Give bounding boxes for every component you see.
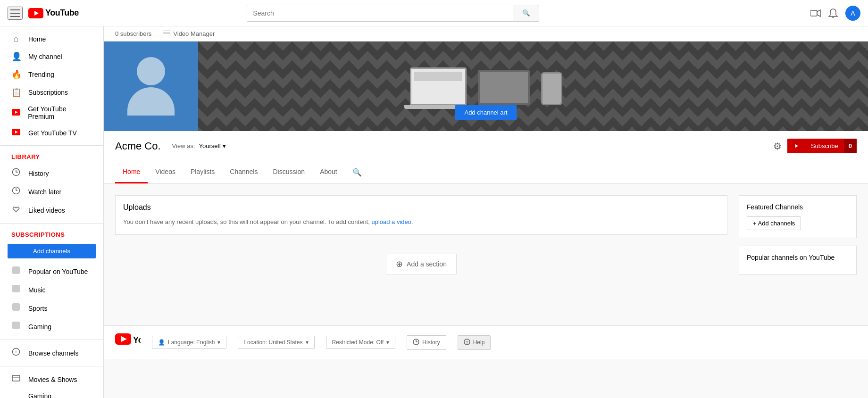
upload-video-link[interactable]: upload a video. [371, 218, 413, 225]
add-channels-button[interactable]: Add channels [8, 244, 96, 258]
sidebar-item-label: Trending [28, 71, 54, 78]
sidebar-item-label: My channel [28, 53, 62, 60]
music-icon [11, 284, 21, 295]
restricted-mode-button[interactable]: Restricted Mode: Off ▾ [326, 336, 396, 349]
main-content: 0 subscribers Video Manager [104, 26, 868, 398]
phone-device [541, 72, 562, 105]
sidebar-item-sports[interactable]: Sports [0, 299, 103, 317]
sidebar-item-label: Watch later [28, 188, 61, 196]
sidebar-item-music[interactable]: Music [0, 281, 103, 299]
view-as-label: View as: [172, 142, 195, 149]
sidebar-item-gaming-bottom[interactable]: Gaming [0, 389, 103, 398]
gear-icon: ⚙ [773, 141, 782, 151]
plus-circle-icon: ⊕ [396, 259, 403, 269]
sidebar-item-history[interactable]: History [0, 164, 103, 182]
help-icon: ? [464, 339, 470, 347]
avatar[interactable]: A [845, 6, 860, 21]
add-channels-widget-button[interactable]: + Add channels [747, 216, 801, 230]
tab-playlists[interactable]: Playlists [183, 161, 222, 183]
svg-text:?: ? [466, 340, 468, 345]
layout: ⌂ Home 👤 My channel 🔥 Trending 📋 Subscri… [0, 26, 868, 398]
video-manager-button[interactable]: Video Manager [163, 30, 215, 37]
channel-search-button[interactable]: 🔍 [349, 162, 366, 182]
sidebar-item-watch-later[interactable]: Watch later [0, 182, 103, 201]
add-channel-art-button[interactable]: Add channel art [455, 105, 517, 120]
logo-link[interactable]: YouTube [28, 8, 79, 18]
channel-body: Uploads You don't have any recent upload… [104, 184, 868, 325]
sidebar-item-label: Popular on YouTube [28, 268, 88, 275]
chevron-down-icon: ▾ [223, 142, 226, 149]
subscriptions-icon: 📋 [11, 87, 21, 98]
sidebar-item-movies-shows[interactable]: Movies & Shows [0, 370, 103, 389]
hamburger-button[interactable] [8, 7, 23, 20]
sidebar-item-home[interactable]: ⌂ Home [0, 30, 103, 48]
sidebar-item-label: Gaming [28, 323, 51, 331]
footer-youtube-icon: YouTube [115, 333, 141, 351]
search-input[interactable] [247, 5, 513, 22]
tab-about[interactable]: About [312, 161, 345, 183]
browse-channels-icon: + [11, 348, 21, 358]
liked-videos-icon [11, 205, 21, 216]
language-button[interactable]: 👤 Language: English ▾ [152, 336, 226, 349]
tab-channels[interactable]: Channels [222, 161, 265, 183]
sidebar-item-gaming[interactable]: Gaming [0, 317, 103, 336]
sidebar-item-liked-videos[interactable]: Liked videos [0, 201, 103, 219]
avatar-head [137, 57, 165, 85]
library-section-title: LIBRARY [0, 149, 103, 164]
sidebar-divider-1 [0, 145, 103, 146]
sidebar-item-popular[interactable]: Popular on YouTube [0, 262, 103, 281]
svg-rect-22 [163, 31, 170, 37]
tab-videos[interactable]: Videos [148, 161, 183, 183]
premium-icon [11, 108, 20, 118]
history-icon [11, 168, 21, 179]
channel-tabs: Home Videos Playlists Channels Discussio… [104, 161, 868, 184]
channel-settings-button[interactable]: ⚙ [773, 141, 782, 152]
uploads-title: Uploads [123, 203, 719, 212]
sidebar-item-my-channel[interactable]: 👤 My channel [0, 48, 103, 66]
subscriptions-section-title: SUBSCRIPTIONS [0, 227, 103, 242]
view-as-dropdown[interactable]: Yourself ▾ [199, 142, 226, 149]
video-manager-label: Video Manager [173, 30, 215, 37]
person-icon: 👤 [158, 339, 165, 346]
sidebar-divider-2 [0, 223, 103, 224]
channel-sidebar-right: Featured Channels + Add channels Popular… [739, 195, 857, 314]
footer-history-button[interactable]: History [407, 335, 446, 350]
sidebar-item-browse-channels[interactable]: + Browse channels [0, 344, 103, 362]
channel-avatar-person [127, 57, 175, 116]
sidebar-item-label: Browse channels [28, 349, 79, 357]
channel-search-icon: 🔍 [352, 168, 362, 176]
footer-help-button[interactable]: ? Help [458, 335, 491, 350]
sidebar-item-subscriptions[interactable]: 📋 Subscriptions [0, 83, 103, 101]
svg-text:YouTube: YouTube [133, 335, 141, 345]
sidebar-item-label: Gaming [28, 392, 51, 398]
subscribe-button[interactable]: Subscribe 0 [787, 139, 857, 153]
home-icon: ⌂ [11, 34, 21, 44]
sidebar-item-get-premium[interactable]: Get YouTube Premium [0, 101, 103, 124]
sidebar-item-label: Get YouTube Premium [28, 105, 92, 120]
channel-name: Acme Co. [115, 140, 161, 152]
sidebar-item-get-tv[interactable]: Get YouTube TV [0, 124, 103, 141]
channel-art[interactable]: Add channel art [104, 41, 868, 131]
location-button[interactable]: Location: United States ▾ [238, 336, 314, 349]
search-button[interactable]: 🔍 [513, 5, 539, 22]
laptop-screen [411, 69, 465, 104]
notifications-button[interactable] [828, 8, 838, 18]
uploads-empty-message: You don't have any recent uploads, so th… [123, 218, 370, 225]
svg-rect-2 [810, 10, 817, 16]
language-label: Language: English [168, 339, 215, 346]
tab-home[interactable]: Home [115, 161, 148, 183]
tab-discussion[interactable]: Discussion [265, 161, 312, 183]
add-section-button[interactable]: ⊕ Add a section [386, 254, 457, 274]
channel-info-left: Acme Co. View as: Yourself ▾ [115, 140, 226, 152]
footer-history-label: History [422, 339, 440, 346]
upload-video-button[interactable] [810, 9, 821, 17]
search-bar: 🔍 [247, 5, 539, 22]
svg-rect-17 [12, 322, 20, 329]
svg-rect-14 [12, 266, 20, 274]
footer-help-label: Help [473, 339, 485, 346]
sidebar-item-label: Subscriptions [28, 89, 68, 96]
sidebar-item-trending[interactable]: 🔥 Trending [0, 66, 103, 83]
video-manager-icon [163, 31, 170, 37]
search-icon: 🔍 [522, 9, 530, 17]
language-chevron-icon: ▾ [217, 339, 220, 346]
